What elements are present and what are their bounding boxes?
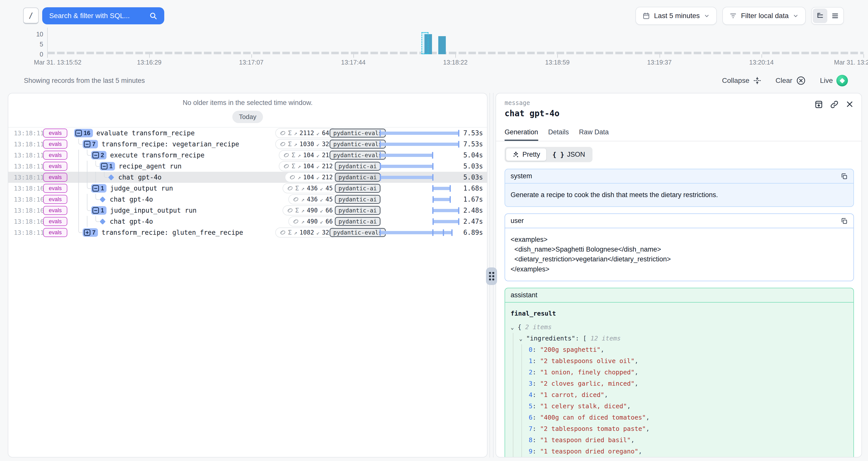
time-range-button[interactable]: Last 5 minutes [636,7,717,25]
trace-row[interactable]: 13:18:16evals1judge_output runΣ↗436↙45py… [8,183,487,194]
today-pill[interactable]: Today [232,111,263,123]
evals-tag[interactable]: evals [43,217,67,226]
trace-row[interactable]: 13:18:16evalschat gpt-4o↗436↙45pydantic-… [8,194,487,205]
detail-tabs: GenerationDetailsRaw Data [496,128,862,141]
pretty-toggle-button[interactable]: Pretty [506,148,547,161]
collapse-node-button[interactable]: 1 [91,184,106,192]
row-waterfall-cell [378,174,461,181]
collapse-caret-icon[interactable]: ⌄ [519,335,524,343]
trace-row[interactable]: 13:18:11evals1recipe_agent runΣ↗104↙212p… [8,161,487,172]
evals-tag[interactable]: evals [43,173,67,182]
clear-button[interactable]: Clear [776,75,806,86]
evals-tag[interactable]: evals [43,128,67,137]
row-tag-cell: evals [36,195,74,204]
input-tokens-value: 436 [307,196,317,203]
close-icon[interactable] [845,100,854,109]
minus-box-icon [92,152,99,158]
output-tokens-value: 212 [322,163,333,170]
string-value: "1 onion, finely chopped" [540,368,634,377]
input-tokens-arrow-icon: ↗ [301,185,304,192]
input-tokens-arrow-icon: ↗ [298,152,301,158]
token-usage-pill: Σ↗1030↙323 [275,139,337,149]
evals-tag[interactable]: evals [43,151,67,160]
input-tokens-arrow-icon: ↗ [301,207,304,214]
tree-elbow-connector [100,172,108,183]
histogram-plot[interactable]: Mar 31. 13:15:5213:16:2913:17:0713:17:44… [47,29,864,54]
comma: , [627,402,631,411]
trace-row[interactable]: 13:18:11evals7transform_recipe: gluten_f… [8,227,487,238]
collapse-caret-icon[interactable]: ⌄ [510,324,516,332]
copy-link-icon[interactable] [830,100,839,109]
trace-row[interactable]: 13:18:11evals2execute transform_recipeΣ↗… [8,150,487,161]
copy-icon[interactable] [840,173,848,180]
collapse-icon [753,76,762,85]
collapse-node-button[interactable]: 2 [91,151,106,159]
collapse-node-button[interactable]: 1 [100,162,115,171]
row-package-cell: pydantic-ai [337,195,378,204]
row-tag-cell: evals [36,217,74,226]
waterfall-bar [380,143,459,146]
token-usage-pill: Σ↗1082↙325 [275,227,337,238]
array-index: 9 [529,447,532,456]
child-count: 7 [92,229,95,236]
collapse-button[interactable]: Collapse [722,76,762,85]
tab-generation[interactable]: Generation [504,128,538,141]
span-name: chat gpt-4o [110,195,153,203]
sigma-aggregate-icon: Σ [296,207,299,214]
ingredient-item-line: 0: "200g spaghetti", [529,344,848,356]
json-toggle-button[interactable]: { } JSON [547,148,591,161]
tree-view-button[interactable] [813,8,827,23]
expand-node-button[interactable]: 7 [83,228,98,237]
evals-tag[interactable]: evals [43,228,67,237]
trace-row[interactable]: 13:18:11evals7transform_recipe: vegetari… [8,139,487,150]
panel-resize-handle[interactable] [486,268,497,285]
output-tokens-arrow-icon: ↙ [316,141,319,147]
row-waterfall-cell [378,185,461,192]
tree-elbow-connector [91,194,100,205]
tree-view-icon [816,12,824,20]
empty-window-notice: No older items in the selected time wind… [8,99,487,107]
search-input[interactable]: Search & filter with SQL... [42,7,164,24]
row-tag-cell: evals [36,140,74,149]
colon: : [532,413,540,422]
string-value: "2 tablespoons olive oil" [540,357,634,366]
render-mode-toggle: Pretty { } JSON [504,147,592,162]
trace-row[interactable]: 13:18:11evals16evaluate transform_recipe… [8,128,487,139]
main-content: No older items in the selected time wind… [8,93,862,458]
tree-guide-line [74,205,83,216]
evals-tag[interactable]: evals [43,195,67,204]
child-count: 1 [101,207,104,214]
array-index: 4 [529,391,532,399]
x-tick [149,54,150,58]
filter-local-data-button[interactable]: Filter local data [722,7,806,25]
chevron-down-icon [704,13,710,19]
plus-box-icon [84,229,90,236]
collapse-node-button[interactable]: 1 [91,206,106,215]
copy-icon[interactable] [840,217,848,225]
tree-guide-line [74,150,83,161]
dock-view-icon[interactable] [814,100,823,109]
collapse-node-button[interactable]: 7 [83,140,98,148]
trace-row[interactable]: 13:18:16evalschat gpt-4o↗490↙66pydantic-… [8,216,487,227]
evals-tag[interactable]: evals [43,184,67,193]
trace-row[interactable]: 13:18:11evalschat gpt-4o↗104↙212pydantic… [8,172,487,183]
prompt-text-line: </examples> [510,265,848,274]
tab-details[interactable]: Details [548,128,569,141]
input-tokens-value: 104 [303,163,314,170]
evals-tag[interactable]: evals [43,206,67,215]
row-tokens-cell: ↗490↙66 [254,216,337,226]
ingredient-item-line: 4: "1 carrot, diced", [529,390,848,401]
collapse-node-button[interactable]: 16 [74,129,93,137]
message-scroll-area[interactable]: system Generate a recipe to cook the dis… [496,162,862,457]
tab-raw-data[interactable]: Raw Data [579,128,609,141]
row-timestamp: 13:18:11 [8,174,36,181]
list-view-button[interactable] [828,8,842,23]
ingredient-item-line: 1: "2 tablespoons olive oil", [529,356,848,367]
evals-tag[interactable]: evals [43,162,67,171]
histogram-bar[interactable] [438,36,446,54]
filter-local-data-label: Filter local data [741,12,788,20]
live-toggle[interactable]: Live [820,75,848,86]
ingredient-item-line: 8: "1 teaspoon dried basil", [529,435,848,446]
trace-row[interactable]: 13:18:16evals1judge_input_output runΣ↗49… [8,205,487,216]
evals-tag[interactable]: evals [43,140,67,149]
